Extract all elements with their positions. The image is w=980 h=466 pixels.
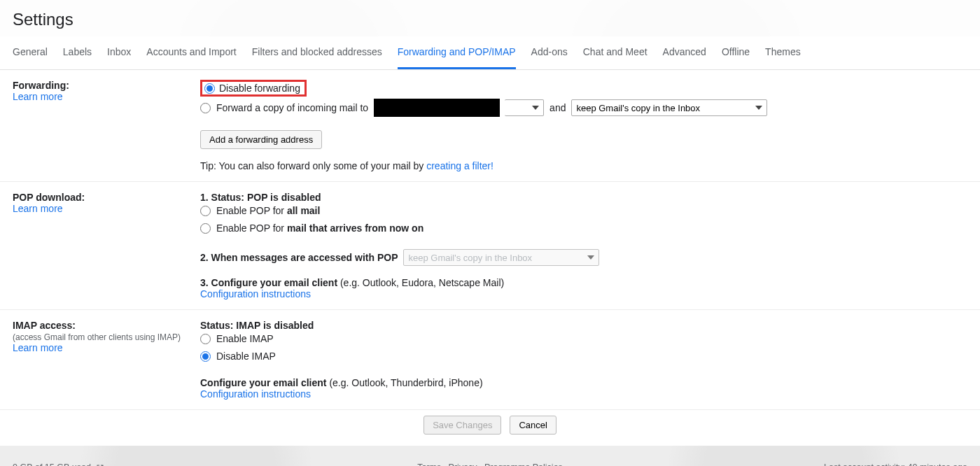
add-forwarding-address-button[interactable]: Add a forwarding address (200, 130, 322, 149)
imap-status-prefix: Status: (200, 320, 236, 331)
imap-configure-row: Configure your email client (e.g. Outloo… (200, 377, 967, 388)
forward-copy-radio[interactable] (200, 103, 211, 113)
pop-enable-all-bold: all mail (287, 205, 320, 216)
pop-config-instructions-link[interactable]: Configuration instructions (200, 288, 311, 299)
imap-enable-label: Enable IMAP (216, 333, 274, 344)
tab-chat-meet[interactable]: Chat and Meet (583, 36, 648, 69)
page-title: Settings (13, 10, 967, 29)
pop-enable-new-radio[interactable] (200, 223, 211, 234)
forwarding-tip: Tip: You can also forward only some of y… (200, 160, 967, 171)
terms-link[interactable]: Terms (417, 463, 441, 466)
tab-filters[interactable]: Filters and blocked addresses (252, 36, 382, 69)
pop-controls: 1. Status: POP is disabled Enable POP fo… (200, 192, 967, 299)
forwarding-tip-text: Tip: You can also forward only some of y… (200, 160, 426, 171)
pop-enable-all-radio[interactable] (200, 206, 211, 216)
pop-enable-new-prefix: Enable POP for (216, 223, 287, 234)
imap-section: IMAP access: (access Gmail from other cl… (0, 310, 980, 410)
pop-status-value: POP is disabled (247, 192, 321, 203)
imap-status-value: IMAP is disabled (236, 320, 314, 331)
imap-label-col: IMAP access: (access Gmail from other cl… (13, 320, 200, 400)
save-cancel-row: Save Changes Cancel (0, 410, 980, 437)
tab-inbox[interactable]: Inbox (107, 36, 131, 69)
disable-forwarding-highlight: Disable forwarding (200, 80, 307, 97)
settings-tabs: General Labels Inbox Accounts and Import… (0, 36, 980, 70)
imap-subtitle: (access Gmail from other clients using I… (13, 332, 200, 342)
footer: 0 GB of 15 GB used Terms · Privacy · Pro… (0, 446, 980, 466)
tab-labels[interactable]: Labels (63, 36, 92, 69)
forwarding-title: Forwarding: (13, 80, 69, 91)
pop-learn-more-link[interactable]: Learn more (13, 203, 63, 214)
imap-title: IMAP access: (13, 320, 76, 331)
pop-when-accessed-row: 2. When messages are accessed with POP k… (200, 249, 967, 266)
tab-offline[interactable]: Offline (722, 36, 750, 69)
forward-and-text: and (550, 102, 566, 113)
forwarding-address-redacted (374, 99, 500, 117)
storage-text: 0 GB of 15 GB used (13, 463, 91, 466)
forward-copy-prefix: Forward a copy of incoming mail to (216, 102, 368, 113)
imap-config-instructions-link[interactable]: Configuration instructions (200, 388, 311, 400)
pop-configure-row: 3. Configure your email client (e.g. Out… (200, 277, 967, 288)
pop-label-col: POP download: Learn more (13, 192, 200, 299)
settings-content: Forwarding: Learn more Disable forwardin… (0, 70, 980, 446)
imap-status-row: Status: IMAP is disabled (200, 320, 967, 331)
pop-when-accessed-label: 2. When messages are accessed with POP (200, 252, 398, 263)
pop-section: POP download: Learn more 1. Status: POP … (0, 182, 980, 310)
footer-activity: Last account activity: 40 minutes ago De… (824, 463, 967, 466)
imap-disable-label: Disable IMAP (216, 351, 276, 362)
policies-link[interactable]: Programme Policies (484, 463, 563, 466)
imap-controls: Status: IMAP is disabled Enable IMAP Dis… (200, 320, 967, 400)
tab-themes[interactable]: Themes (765, 36, 801, 69)
pop-action-select: keep Gmail's copy in the Inbox (403, 249, 599, 266)
pop-enable-new-bold: mail that arrives from now on (287, 223, 424, 234)
disable-forwarding-label: Disable forwarding (219, 83, 300, 94)
forwarding-section: Forwarding: Learn more Disable forwardin… (0, 70, 980, 182)
pop-status-prefix: 1. Status: (200, 192, 247, 203)
imap-configure-bold: Configure your email client (200, 377, 329, 388)
forwarding-controls: Disable forwarding Forward a copy of inc… (200, 80, 967, 171)
disable-forwarding-radio[interactable] (204, 83, 215, 94)
footer-links: Terms · Privacy · Programme Policies (417, 463, 563, 466)
forwarding-address-select[interactable] (505, 99, 544, 116)
forwarding-action-select[interactable]: keep Gmail's copy in the Inbox (571, 99, 767, 116)
privacy-link[interactable]: Privacy (449, 463, 477, 466)
tab-forwarding-pop-imap[interactable]: Forwarding and POP/IMAP (398, 36, 516, 69)
pop-title: POP download: (13, 192, 85, 203)
tab-general[interactable]: General (13, 36, 48, 69)
pop-status-row: 1. Status: POP is disabled (200, 192, 967, 203)
pop-configure-eg: (e.g. Outlook, Eudora, Netscape Mail) (340, 277, 504, 288)
cancel-button[interactable]: Cancel (510, 416, 556, 435)
save-changes-button: Save Changes (424, 416, 501, 435)
pop-enable-all-prefix: Enable POP for (216, 205, 287, 216)
tab-advanced[interactable]: Advanced (663, 36, 706, 69)
forwarding-learn-more-link[interactable]: Learn more (13, 91, 63, 102)
tab-addons[interactable]: Add-ons (531, 36, 568, 69)
imap-configure-eg: (e.g. Outlook, Thunderbird, iPhone) (329, 377, 482, 388)
page-header: Settings (0, 0, 980, 36)
create-filter-link[interactable]: creating a filter! (426, 160, 493, 171)
tab-accounts[interactable]: Accounts and Import (146, 36, 236, 69)
pop-configure-bold: 3. Configure your email client (200, 277, 340, 288)
activity-text: Last account activity: 40 minutes ago (824, 463, 967, 466)
imap-disable-radio[interactable] (200, 351, 211, 362)
forwarding-label-col: Forwarding: Learn more (13, 80, 200, 171)
imap-learn-more-link[interactable]: Learn more (13, 342, 63, 353)
imap-enable-radio[interactable] (200, 334, 211, 344)
footer-storage: 0 GB of 15 GB used (13, 463, 104, 466)
